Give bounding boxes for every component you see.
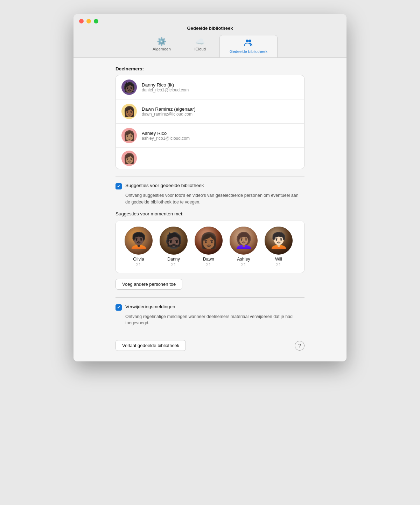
photo-will: 🧑🏻‍🦱 (265, 227, 293, 255)
gear-icon: ⚙️ (157, 38, 166, 46)
tab-algemeen[interactable]: ⚙️ Algemeen (142, 35, 181, 57)
avatar-ashley: 👩🏽 (121, 128, 137, 143)
close-button[interactable] (79, 19, 84, 23)
participant-email-dawn: dawn_ramirez@icloud.com (142, 112, 299, 117)
tab-bar: ⚙️ Algemeen ☁️ iCloud Gedeelde bib (142, 35, 278, 57)
participant-name-danny: Danny Rico (ik) (142, 82, 299, 88)
photo-olivia: 🧑🏿‍🦱 (125, 227, 153, 255)
photo-dawn: 👩🏾 (195, 227, 223, 255)
main-window: Gedeelde bibliotheek ⚙️ Algemeen ☁️ iClo… (74, 14, 346, 361)
tab-gedeelde-bibliotheek[interactable]: Gedeelde bibliotheek (219, 35, 278, 57)
suggestion-will[interactable]: 🧑🏻‍🦱 Will 21 (263, 227, 294, 267)
participant-name-ashley: Ashley Rico (142, 131, 299, 136)
suggestions-checkbox[interactable] (115, 183, 122, 189)
divider-2 (115, 297, 304, 298)
person-name-will: Will (275, 257, 282, 262)
person-name-ashley: Ashley (237, 257, 250, 262)
deletion-checkbox-row: Verwijderingsmeldingen (115, 304, 304, 311)
avatar-danny: 🧑🏿 (121, 79, 137, 95)
participants-list: 🧑🏿 Danny Rico (ik) daniel_rico1@icloud.c… (115, 75, 304, 169)
suggestions-checkbox-title: Suggesties voor gedeelde bibliotheek (125, 183, 204, 188)
deletion-checkbox-title: Verwijderingsmeldingen (125, 304, 175, 309)
suggestions-for-label: Suggesties voor momenten met: (115, 211, 304, 216)
person-name-danny: Danny (167, 257, 180, 262)
person-count-olivia: 21 (136, 262, 141, 267)
suggestion-olivia[interactable]: 🧑🏿‍🦱 Olivia 21 (123, 227, 154, 267)
svg-point-1 (248, 40, 251, 42)
person-count-will: 21 (276, 262, 281, 267)
person-count-dawn: 21 (206, 262, 211, 267)
photo-danny: 🧔🏿 (160, 227, 188, 255)
suggestions-checkbox-desc: Ontvang suggesties voor foto's en video'… (125, 192, 304, 206)
tab-icloud[interactable]: ☁️ iCloud (181, 35, 219, 57)
participant-email-danny: daniel_rico1@icloud.com (142, 88, 299, 92)
cloud-icon: ☁️ (195, 38, 205, 46)
window-controls (79, 19, 98, 23)
suggestions-grid: 🧑🏿‍🦱 Olivia 21 🧔🏿 Danny 21 (115, 221, 304, 273)
photo-ashley: 👩🏽‍🦱 (230, 227, 258, 255)
leave-library-button[interactable]: Verlaat gedeelde bibliotheek (115, 340, 186, 351)
help-button[interactable]: ? (295, 341, 304, 351)
participant-info-danny: Danny Rico (ik) daniel_rico1@icloud.com (142, 82, 299, 92)
person-count-danny: 21 (171, 262, 176, 267)
add-people-button[interactable]: Voeg andere personen toe (115, 279, 182, 290)
deletion-checkbox[interactable] (115, 304, 122, 311)
avatar-partial: 👩🏽 (121, 151, 137, 166)
person-count-ashley: 21 (241, 262, 246, 267)
participant-name-dawn: Dawn Ramirez (eigenaar) (142, 106, 299, 112)
divider-3 (115, 333, 304, 333)
main-content: Deelnemers: 🧑🏿 Danny Rico (ik) daniel_ri… (74, 58, 346, 361)
suggestion-dawn[interactable]: 👩🏾 Dawn 21 (193, 227, 224, 267)
suggestion-ashley[interactable]: 👩🏽‍🦱 Ashley 21 (228, 227, 259, 267)
minimize-button[interactable] (86, 19, 91, 23)
person-name-olivia: Olivia (133, 257, 144, 262)
participant-dawn: 👩🏾 Dawn Ramirez (eigenaar) dawn_ramirez@… (116, 99, 304, 124)
deletion-checkbox-text: Verwijderingsmeldingen (125, 304, 175, 309)
suggestion-danny[interactable]: 🧔🏿 Danny 21 (158, 227, 189, 267)
participant-partial: 👩🏽 (116, 148, 304, 169)
participant-info-ashley: Ashley Rico ashley_rico1@icloud.com (142, 131, 299, 141)
svg-point-0 (246, 40, 248, 42)
avatar-dawn: 👩🏾 (121, 104, 137, 119)
deletion-checkbox-desc: Ontvang regelmatige meldingen wanneer de… (125, 313, 304, 327)
participant-ashley: 👩🏽 Ashley Rico ashley_rico1@icloud.com (116, 124, 304, 148)
shared-library-icon (244, 38, 253, 48)
suggestions-checkbox-row: Suggesties voor gedeelde bibliotheek (115, 183, 304, 189)
maximize-button[interactable] (94, 19, 98, 23)
participants-label: Deelnemers: (115, 66, 304, 71)
tab-icloud-label: iCloud (195, 47, 206, 51)
footer: Verlaat gedeelde bibliotheek ? (115, 340, 304, 351)
participant-danny: 🧑🏿 Danny Rico (ik) daniel_rico1@icloud.c… (116, 75, 304, 99)
tab-gedeelde-bibliotheek-label: Gedeelde bibliotheek (230, 49, 267, 54)
window-title: Gedeelde bibliotheek (187, 26, 233, 31)
divider-1 (115, 176, 304, 177)
participant-email-ashley: ashley_rico1@icloud.com (142, 136, 299, 141)
participant-info-dawn: Dawn Ramirez (eigenaar) dawn_ramirez@icl… (142, 106, 299, 117)
person-name-dawn: Dawn (203, 257, 214, 262)
tab-algemeen-label: Algemeen (153, 47, 171, 51)
suggestions-checkbox-text: Suggesties voor gedeelde bibliotheek (125, 183, 204, 188)
titlebar: Gedeelde bibliotheek ⚙️ Algemeen ☁️ iClo… (74, 14, 346, 58)
